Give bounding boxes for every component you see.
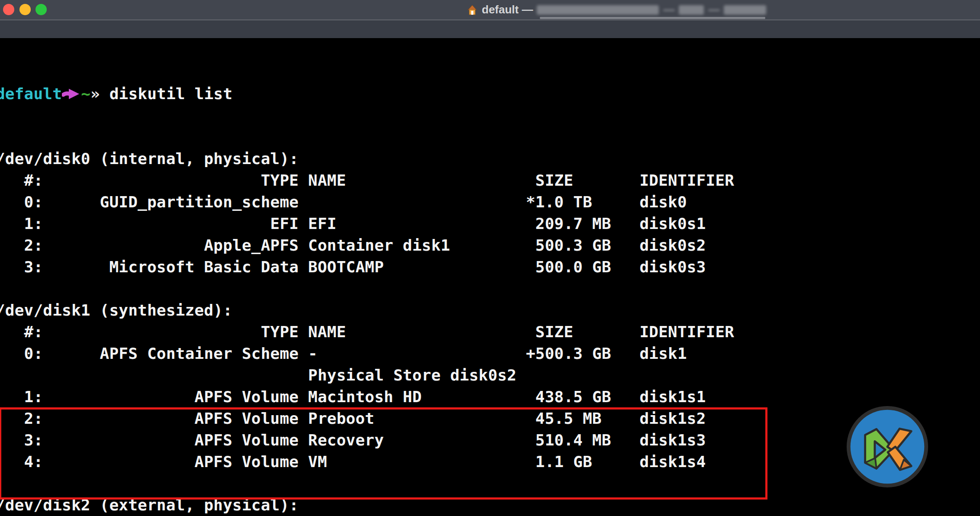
titlebar: default — — — (0, 0, 980, 19)
prompt-command: diskutil list (100, 85, 232, 103)
prompt-host: default (0, 85, 62, 103)
terminal-screen[interactable]: default~» diskutil list /dev/disk0 (inte… (0, 38, 980, 516)
window-title-prefix: default — (482, 3, 533, 16)
ds-logo (845, 405, 929, 489)
redacted-block (724, 5, 766, 15)
redacted-underline (540, 17, 765, 19)
minimize-button[interactable] (19, 4, 31, 15)
close-button[interactable] (3, 4, 14, 15)
prompt-caret: » (90, 85, 100, 103)
redacted-title: — — (537, 3, 766, 16)
tab-bar: ~ (0, 20, 980, 38)
screen: { "titlebar": { "house_icon": "house-ico… (0, 0, 980, 516)
redacted-block (537, 5, 659, 15)
house-icon (467, 4, 478, 16)
redacted-block (679, 5, 704, 15)
prompt-path: ~ (81, 85, 90, 103)
prompt-line: default~» diskutil list (0, 83, 734, 105)
zoom-button[interactable] (35, 4, 47, 15)
terminal-output: /dev/disk0 (internal, physical): #: TYPE… (0, 148, 734, 516)
right-arrow-icon (62, 84, 81, 97)
